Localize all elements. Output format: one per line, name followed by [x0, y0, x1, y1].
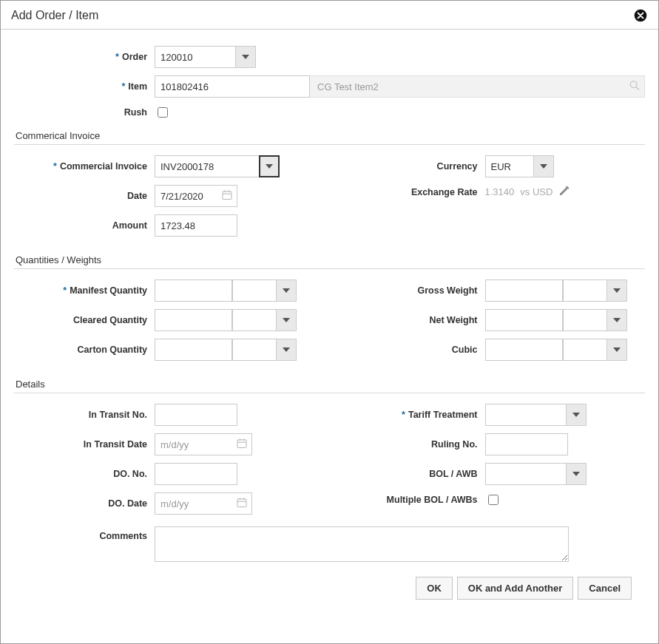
currency-dropdown-button[interactable] — [533, 155, 554, 177]
cubic-uom-dropdown[interactable] — [606, 339, 627, 361]
tariff-treatment-input[interactable] — [485, 404, 567, 426]
svg-marker-4 — [266, 164, 273, 169]
order-dropdown-button[interactable] — [235, 46, 256, 68]
rush-label: Rush — [124, 107, 147, 118]
svg-marker-25 — [572, 472, 580, 476]
svg-line-3 — [636, 87, 639, 90]
net-weight-input[interactable] — [485, 309, 563, 331]
multiple-bol-label: Multiple BOL / AWBs — [387, 495, 478, 505]
cleared-qty-input[interactable] — [155, 309, 232, 331]
order-label: Order — [122, 52, 147, 62]
manifest-qty-input[interactable] — [155, 279, 232, 302]
bol-awb-dropdown[interactable] — [566, 463, 587, 485]
amount-input[interactable] — [155, 214, 237, 237]
carton-qty-input[interactable] — [155, 339, 232, 361]
comments-label: Comments — [99, 531, 147, 541]
item-input[interactable] — [155, 75, 310, 98]
amount-label: Amount — [112, 220, 147, 231]
ruling-no-input[interactable] — [485, 433, 568, 455]
manifest-qty-uom-dropdown[interactable] — [276, 279, 297, 302]
close-icon[interactable] — [633, 8, 648, 23]
tariff-treatment-dropdown[interactable] — [566, 404, 587, 426]
item-label: Item — [128, 81, 147, 92]
commercial-invoice-dropdown-button[interactable] — [259, 155, 280, 177]
do-no-input[interactable] — [155, 463, 237, 485]
order-input[interactable] — [155, 46, 236, 68]
svg-marker-10 — [283, 288, 290, 293]
net-weight-label: Net Weight — [429, 315, 477, 325]
do-date-input[interactable] — [155, 492, 252, 515]
svg-marker-14 — [613, 318, 621, 322]
cubic-label: Cubic — [452, 345, 478, 355]
item-description: CG Test Item2 — [310, 75, 645, 98]
net-weight-uom-dropdown[interactable] — [606, 309, 627, 331]
bol-awb-input[interactable] — [485, 463, 567, 485]
ok-and-add-another-button[interactable]: OK and Add Another — [457, 577, 574, 600]
exchange-rate-label: Exchange Rate — [411, 187, 478, 197]
cleared-qty-uom-dropdown[interactable] — [276, 309, 297, 331]
svg-marker-1 — [242, 55, 249, 59]
details-section-title: Details — [16, 379, 645, 390]
svg-marker-15 — [613, 348, 621, 352]
exchange-rate-value: 1.3140 — [485, 186, 515, 197]
commercial-invoice-input[interactable] — [155, 155, 260, 177]
carton-qty-uom-dropdown[interactable] — [276, 339, 297, 361]
dialog-titlebar: Add Order / Item — [1, 1, 658, 30]
svg-marker-9 — [540, 164, 547, 169]
in-transit-no-input[interactable] — [155, 404, 237, 426]
svg-marker-11 — [283, 318, 290, 322]
dialog-title: Add Order / Item — [11, 9, 98, 22]
gross-weight-input[interactable] — [485, 279, 563, 302]
rush-checkbox[interactable] — [158, 107, 168, 118]
net-weight-uom-input[interactable] — [563, 309, 607, 331]
search-icon[interactable] — [629, 80, 641, 94]
gross-weight-label: Gross Weight — [417, 285, 477, 296]
manifest-qty-label: Manifest Quantity — [70, 285, 147, 296]
dialog-body: * Order * Item CG Test Item2 Rush — [1, 30, 658, 643]
cancel-button[interactable]: Cancel — [578, 577, 632, 600]
quantities-section-title: Quantities / Weights — [16, 254, 645, 265]
carton-qty-uom-input[interactable] — [232, 339, 277, 361]
do-date-label: DO. Date — [108, 498, 147, 509]
in-transit-date-input[interactable] — [155, 433, 252, 455]
in-transit-date-label: In Transit Date — [84, 439, 147, 450]
commercial-invoice-label: Commercial Invoice — [60, 161, 147, 172]
svg-marker-24 — [572, 413, 580, 417]
divider — [14, 268, 645, 269]
comments-textarea[interactable] — [155, 526, 569, 562]
manifest-qty-uom-input[interactable] — [232, 279, 277, 302]
commercial-invoice-section-title: Commerical Invoice — [16, 130, 645, 141]
cubic-uom-input[interactable] — [563, 339, 607, 361]
ci-date-input[interactable] — [155, 185, 237, 207]
divider — [14, 144, 645, 145]
exchange-rate-suffix: vs USD — [520, 186, 552, 197]
currency-input[interactable] — [485, 155, 534, 177]
currency-label: Currency — [437, 161, 478, 172]
svg-point-2 — [630, 81, 637, 88]
carton-qty-label: Carton Quantity — [78, 345, 147, 355]
multiple-bol-checkbox[interactable] — [488, 495, 499, 505]
in-transit-no-label: In Transit No. — [89, 410, 147, 420]
bol-awb-label: BOL / AWB — [429, 469, 477, 479]
gross-weight-uom-input[interactable] — [563, 279, 607, 302]
pencil-icon[interactable] — [558, 185, 570, 199]
add-order-item-dialog: Add Order / Item * Order * Item CG Test … — [0, 0, 659, 644]
cleared-qty-label: Cleared Quantity — [73, 315, 147, 325]
dialog-footer: OK OK and Add Another Cancel — [14, 569, 645, 610]
svg-marker-13 — [613, 288, 621, 293]
ruling-no-label: Ruling No. — [431, 439, 478, 450]
cubic-input[interactable] — [485, 339, 563, 361]
tariff-treatment-label: Tariff Treatment — [408, 410, 478, 420]
divider — [14, 393, 645, 393]
gross-weight-uom-dropdown[interactable] — [606, 279, 627, 302]
ci-date-label: Date — [127, 191, 147, 201]
do-no-label: DO. No. — [113, 469, 147, 479]
svg-marker-12 — [283, 348, 290, 352]
cleared-qty-uom-input[interactable] — [232, 309, 277, 331]
ok-button[interactable]: OK — [416, 577, 453, 600]
